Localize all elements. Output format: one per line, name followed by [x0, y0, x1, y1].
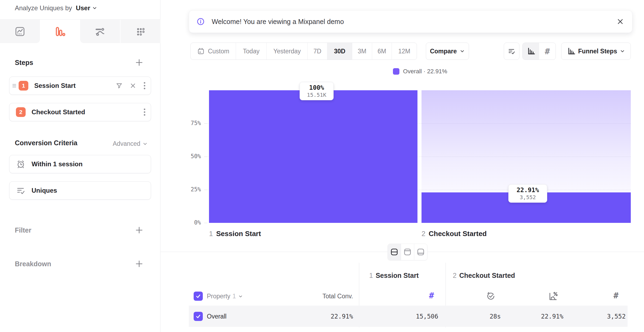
flows-icon [94, 26, 106, 37]
date-range-custom[interactable]: Custom [191, 43, 236, 60]
table-group-header-step-2: 2Checkout Started [453, 272, 515, 279]
tooltip-count: 3,552 [513, 194, 543, 200]
tooltip-count: 15.51K [304, 92, 329, 98]
banner-message: Welcome! You are viewing a Mixpanel demo [212, 18, 344, 26]
close-icon[interactable] [617, 18, 624, 25]
list-check-icon [508, 47, 516, 55]
funnel-bar-step-1[interactable] [209, 90, 417, 223]
metrics-list-button[interactable] [504, 43, 519, 60]
tab-insights[interactable] [0, 20, 40, 43]
funnel-bars-icon [54, 26, 66, 37]
panel-layout-toggle [388, 244, 427, 260]
insights-chart-icon [14, 26, 26, 37]
table-group-header-step-1: 1Session Start [369, 272, 419, 279]
step-card-1[interactable]: 1 Session Start [9, 77, 151, 95]
step-number-badge: 2 [16, 107, 26, 117]
tab-flows[interactable] [80, 20, 120, 43]
chart-view-toggle[interactable] [401, 244, 414, 260]
chart-legend[interactable]: Overall · 22.91% [209, 68, 631, 75]
legend-swatch [393, 68, 399, 75]
date-range-yesterday[interactable]: Yesterday [267, 43, 308, 60]
bar-value-tooltip: 100% 15.51K [300, 82, 334, 100]
avg-time-metric-icon[interactable] [485, 290, 496, 301]
total-conv-column-header[interactable]: Total Conv. [323, 293, 353, 300]
query-builder-sidebar: Analyze Uniques by User [0, 0, 160, 332]
split-layout-icon [390, 248, 398, 256]
select-all-checkbox[interactable] [194, 292, 203, 301]
date-range-6m[interactable]: 6M [372, 43, 392, 60]
alarm-clock-icon [16, 159, 26, 169]
report-type-tabbar [0, 19, 160, 43]
tooltip-pct: 22.91% [513, 186, 543, 193]
funnel-steps-dropdown[interactable]: Funnel Steps [561, 43, 631, 60]
y-tick-mark [204, 223, 207, 223]
mixpanel-funnel-page: Analyze Uniques by User [0, 0, 644, 332]
counting-method-card[interactable]: Uniques [9, 181, 151, 200]
bar-view-toggle[interactable] [523, 43, 539, 60]
steps-heading: Steps [15, 59, 33, 67]
date-range-today[interactable]: Today [236, 43, 267, 60]
row-avg-time: 28s [489, 313, 501, 320]
step-options-kebab-icon[interactable] [143, 108, 146, 116]
breakdown-heading: Breakdown [15, 260, 51, 268]
value-display-toggle: # [522, 43, 556, 60]
add-filter-button[interactable] [135, 226, 143, 234]
chevron-down-icon [460, 49, 465, 54]
split-view-toggle[interactable] [388, 244, 401, 260]
remove-step-icon[interactable] [130, 82, 136, 89]
tab-funnels[interactable] [40, 20, 80, 43]
tooltip-pct: 100% [304, 84, 329, 91]
property-column-dropdown[interactable]: Property 1 [207, 293, 243, 300]
date-range-control: Custom Today Yesterday 7D 30D 3M 6M 12M [190, 43, 417, 60]
conversion-window-card[interactable]: Within 1 session [9, 155, 151, 173]
calendar-icon [197, 47, 205, 55]
step-card-2[interactable]: 2 Checkout Started [9, 103, 151, 121]
x-axis-step-label: 1Session Start [209, 230, 261, 238]
row-converted-count: 3,552 [607, 313, 626, 320]
bottom-layout-icon [417, 248, 425, 256]
step-options-kebab-icon[interactable] [143, 82, 146, 90]
advanced-dropdown[interactable]: Advanced [113, 140, 148, 147]
y-tick-mark [204, 157, 207, 157]
analyze-entity-dropdown[interactable]: User [76, 4, 97, 12]
date-range-7d[interactable]: 7D [308, 43, 327, 60]
y-tick-label: 25% [171, 186, 201, 193]
y-tick-mark [204, 123, 207, 124]
step-event-name[interactable]: Session Start [34, 82, 76, 89]
compare-button[interactable]: Compare [426, 43, 469, 60]
date-range-30d[interactable]: 30D [327, 43, 352, 60]
row-label: Overall [207, 313, 227, 320]
number-view-toggle[interactable]: # [539, 43, 556, 60]
row-checkbox[interactable] [194, 312, 203, 321]
advanced-label: Advanced [113, 140, 140, 147]
step-event-name[interactable]: Checkout Started [32, 108, 85, 116]
count-metric-icon[interactable]: # [611, 290, 621, 300]
step-number-badge: 1 [19, 81, 28, 91]
y-tick-label: 50% [171, 153, 201, 160]
table-view-toggle[interactable] [414, 244, 427, 260]
drag-handle-icon[interactable] [12, 84, 16, 88]
date-range-3m[interactable]: 3M [352, 43, 372, 60]
chevron-down-icon [142, 141, 148, 147]
tab-retention[interactable] [120, 20, 160, 43]
report-main-panel: Welcome! You are viewing a Mixpanel demo… [160, 0, 644, 332]
demo-welcome-banner: Welcome! You are viewing a Mixpanel demo [189, 10, 632, 33]
conversion-criteria-heading: Conversion Criteria [15, 139, 77, 147]
y-tick-label: 0% [171, 219, 201, 226]
date-range-12m[interactable]: 12M [392, 43, 417, 60]
conversion-window-label: Within 1 session [32, 160, 83, 168]
count-metric-icon[interactable]: # [426, 290, 437, 300]
bar-value-tooltip: 22.91% 3,552 [508, 184, 547, 203]
analyze-entity-value: User [76, 4, 90, 12]
add-breakdown-button[interactable] [135, 260, 143, 268]
top-layout-icon [403, 248, 412, 256]
retention-grid-icon [135, 26, 146, 37]
add-step-button[interactable] [135, 58, 143, 67]
conversion-rate-metric-icon[interactable] [547, 290, 559, 302]
analyze-by-label: Analyze Uniques by [15, 4, 72, 12]
chevron-down-icon [92, 5, 97, 11]
chevron-down-icon [238, 294, 243, 299]
analyze-by-control: Analyze Uniques by User [15, 4, 97, 12]
filter-heading: Filter [15, 226, 31, 234]
filter-funnel-icon[interactable] [116, 82, 123, 89]
